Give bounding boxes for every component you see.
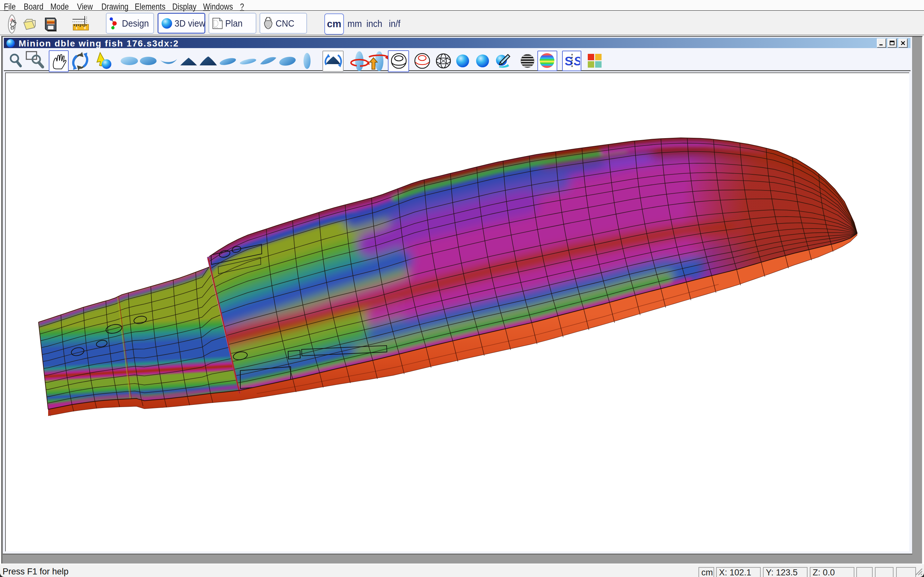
- svg-text:S: S: [565, 55, 573, 68]
- svg-text:S: S: [573, 55, 580, 68]
- svg-text:1: 1: [76, 26, 78, 30]
- svg-text:0: 0: [84, 26, 86, 30]
